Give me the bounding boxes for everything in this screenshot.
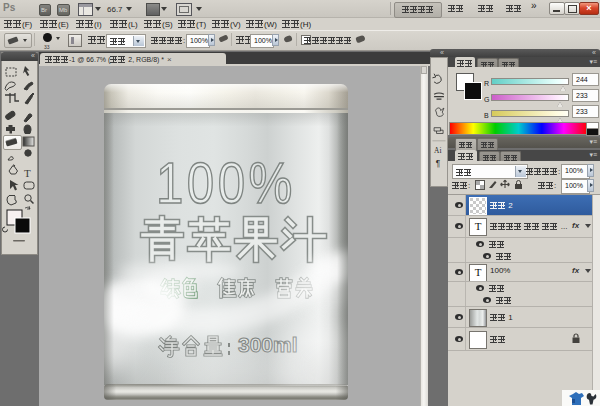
svg-text:¶: ¶	[436, 159, 441, 168]
svg-text:Ai: Ai	[434, 146, 441, 155]
